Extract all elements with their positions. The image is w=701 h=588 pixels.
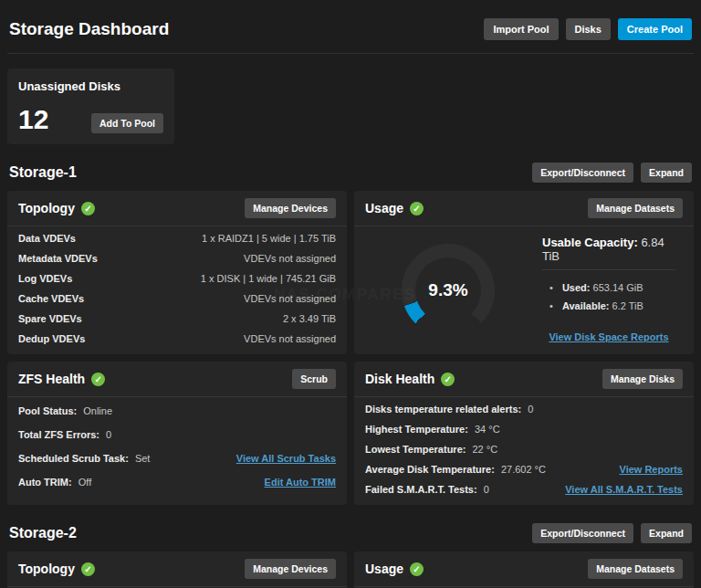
usage-card-title: Usage ✓ <box>365 562 424 576</box>
topology-row: Cache VDEVs VDEVs not assigned <box>18 289 336 309</box>
zfs-health-card: ZFS Health ✓ Scrub Pool Status: Online T… <box>7 362 347 505</box>
unassigned-disks-title: Unassigned Disks <box>18 79 163 93</box>
usage-percent: 9.3% <box>428 280 467 300</box>
view-reports-link[interactable]: View Reports <box>620 464 684 475</box>
manage-datasets-button[interactable]: Manage Datasets <box>588 198 683 218</box>
disks-button[interactable]: Disks <box>566 18 611 40</box>
expand-button[interactable]: Expand <box>641 523 692 543</box>
manage-devices-button[interactable]: Manage Devices <box>245 559 336 579</box>
healthy-check-icon: ✓ <box>81 562 95 576</box>
zfs-health-row: Total ZFS Errors: 0 <box>18 423 336 446</box>
page-header: Storage Dashboard Import Pool Disks Crea… <box>7 0 694 54</box>
usable-capacity: Usable Capacity: 6.84 TiB <box>542 236 675 270</box>
disk-health-row: Average Disk Temperature: 27.602 °C View… <box>365 459 683 479</box>
topology-card-title: Topology ✓ <box>18 201 95 215</box>
topology-row: Spare VDEVs 2 x 3.49 TiB <box>18 309 336 329</box>
healthy-check-icon: ✓ <box>410 562 424 576</box>
edit-auto-trim-link[interactable]: Edit Auto TRIM <box>265 477 336 488</box>
disk-health-card-title: Disk Health ✓ <box>365 372 455 386</box>
zfs-health-row: Scheduled Scrub Task: Set View All Scrub… <box>18 446 336 470</box>
topology-card: Topology ✓ Manage Devices Data VDEVs 1 x… <box>7 191 347 354</box>
disk-health-row: Lowest Temperature: 22 °C <box>365 439 683 459</box>
topology-row: Dedup VDEVs VDEVs not assigned <box>18 329 336 349</box>
scrub-button[interactable]: Scrub <box>292 369 336 389</box>
zfs-health-row: Auto TRIM: Off Edit Auto TRIM <box>18 470 336 494</box>
export-disconnect-button[interactable]: Export/Disconnect <box>532 523 633 543</box>
usage-card: Usage ✓ Manage Datasets 2.5% Usable Capa… <box>354 551 694 588</box>
topology-card: Topology ✓ Manage Devices Data VDEVs 1 x… <box>7 551 347 588</box>
topology-row: Data VDEVs 1 x RAIDZ1 | 5 wide | 1.75 Ti… <box>18 228 336 248</box>
pool-name: Storage-1 <box>9 164 77 181</box>
pool-section-header-storage-2: Storage-2 Export/Disconnect Expand <box>7 523 694 543</box>
disk-health-row: Highest Temperature: 34 °C <box>365 419 683 439</box>
expand-button[interactable]: Expand <box>641 163 692 183</box>
view-all-scrub-tasks-link[interactable]: View All Scrub Tasks <box>236 453 336 464</box>
manage-disks-button[interactable]: Manage Disks <box>602 369 683 389</box>
disk-health-row: Failed S.M.A.R.T. Tests: 0 View All S.M.… <box>365 479 683 499</box>
create-pool-button[interactable]: Create Pool <box>618 18 692 40</box>
header-actions: Import Pool Disks Create Pool <box>484 18 692 40</box>
healthy-check-icon: ✓ <box>410 202 424 215</box>
unassigned-disks-count: 12 <box>18 106 48 133</box>
available-stat: Available: 6.2 TiB <box>542 297 675 315</box>
topology-row: Metadata VDEVs VDEVs not assigned <box>18 248 336 268</box>
disk-health-row: Disks temperature related alerts: 0 <box>365 399 683 419</box>
usage-card-title: Usage ✓ <box>365 201 424 215</box>
topology-card-title: Topology ✓ <box>18 562 95 576</box>
manage-datasets-button[interactable]: Manage Datasets <box>588 559 683 579</box>
page-title: Storage Dashboard <box>9 19 169 39</box>
pool-section-header-storage-1: Storage-1 Export/Disconnect Expand <box>7 163 694 183</box>
healthy-check-icon: ✓ <box>91 373 105 386</box>
pool-name: Storage-2 <box>9 525 77 541</box>
topology-row: Log VDEVs 1 x DISK | 1 wide | 745.21 GiB <box>18 268 336 289</box>
manage-devices-button[interactable]: Manage Devices <box>245 198 336 218</box>
export-disconnect-button[interactable]: Export/Disconnect <box>532 163 633 183</box>
healthy-check-icon: ✓ <box>441 373 455 386</box>
view-all-smart-tests-link[interactable]: View All S.M.A.R.T. Tests <box>565 484 683 495</box>
usage-card: Usage ✓ Manage Datasets 9.3% Usable Capa… <box>354 191 694 354</box>
disk-health-card: Disk Health ✓ Manage Disks Disks tempera… <box>354 362 694 505</box>
add-to-pool-button[interactable]: Add To Pool <box>91 113 163 133</box>
used-stat: Used: 653.14 GiB <box>542 278 675 297</box>
view-disk-space-reports-link[interactable]: View Disk Space Reports <box>549 331 668 342</box>
storage-dashboard-page: Storage Dashboard Import Pool Disks Crea… <box>0 0 701 588</box>
pool-cards-storage-2: Topology ✓ Manage Devices Data VDEVs 1 x… <box>7 551 694 588</box>
zfs-health-card-title: ZFS Health ✓ <box>18 372 105 386</box>
pool-cards-storage-1: Topology ✓ Manage Devices Data VDEVs 1 x… <box>7 191 694 505</box>
zfs-health-row: Pool Status: Online <box>18 399 336 423</box>
usage-gauge: 9.3% <box>402 244 495 337</box>
unassigned-disks-card: Unassigned Disks 12 Add To Pool <box>7 68 174 144</box>
healthy-check-icon: ✓ <box>81 202 95 215</box>
import-pool-button[interactable]: Import Pool <box>484 18 558 40</box>
